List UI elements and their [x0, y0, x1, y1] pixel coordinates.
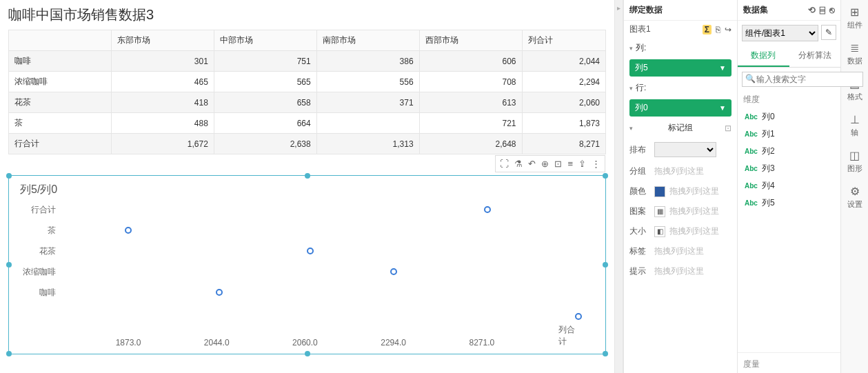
edit-icon[interactable]: ✎	[821, 25, 836, 40]
resize-handle[interactable]	[6, 351, 12, 356]
size-drop[interactable]: 拖拽列到这里	[669, 225, 719, 237]
chart-toolbar-button[interactable]: ≡	[567, 159, 573, 169]
tab-icon: ⚙	[850, 185, 860, 198]
group-drop[interactable]: 拖拽列到这里	[654, 165, 704, 177]
columns-expander[interactable]: 列:	[624, 38, 737, 58]
resize-handle[interactable]	[6, 173, 12, 179]
chart-toolbar-button[interactable]: ⚗	[514, 159, 523, 169]
table-header: 东部市场	[111, 30, 214, 51]
page-title: 咖啡中国市场销售数据3	[8, 6, 606, 24]
mark-group-expander[interactable]: 标记组⊡	[624, 118, 737, 138]
data-point	[125, 227, 132, 234]
column-item[interactable]: Abc列0	[738, 108, 840, 125]
pattern-icon[interactable]: ▦	[654, 206, 665, 217]
text-type-icon: Abc	[745, 113, 758, 121]
data-table: 东部市场中部市场南部市场西部市场列合计 咖啡3017513866062,044浓…	[8, 30, 606, 154]
resize-handle[interactable]	[6, 262, 12, 268]
layout-select[interactable]	[654, 142, 716, 157]
resize-handle[interactable]	[305, 351, 310, 356]
data-point	[575, 313, 582, 320]
side-tab-设置[interactable]: ⚙设置	[841, 179, 868, 215]
sigma-icon[interactable]: Σ	[703, 25, 711, 34]
y-axis-label: 茶	[20, 225, 56, 236]
y-axis-label: 行合计	[20, 204, 56, 216]
settings-icon[interactable]: ⊡	[725, 123, 731, 133]
tab-icon: ≣	[850, 41, 859, 54]
column-item[interactable]: Abc列5	[738, 194, 840, 212]
x-axis-label: 2060.0	[292, 338, 318, 347]
chart-toolbar-button[interactable]: ↶	[528, 159, 536, 169]
color-swatch[interactable]	[654, 186, 665, 197]
side-tabs: ⊞组件≣数据▤格式⊥轴◫图形⚙设置	[840, 0, 868, 373]
x-axis-label: 1873.0	[116, 338, 141, 347]
chart-toolbar-button[interactable]: ⇪	[578, 159, 586, 169]
chart-toolbar-button[interactable]: ⛶	[500, 159, 509, 169]
copy-icon[interactable]: ⎘	[716, 25, 720, 34]
dimension-heading: 维度	[738, 91, 840, 108]
side-tab-组件[interactable]: ⊞组件	[841, 0, 868, 36]
size-icon[interactable]: ◧	[654, 226, 665, 237]
pattern-drop[interactable]: 拖拽列到这里	[669, 205, 719, 217]
measure-heading: 度量	[738, 352, 840, 373]
x-axis-label: 2044.0	[204, 338, 230, 347]
column-pill[interactable]: 列5▼	[629, 59, 731, 77]
column-item[interactable]: Abc列1	[738, 125, 840, 143]
label-drop[interactable]: 拖拽列到这里	[654, 245, 704, 257]
table-header: 西部市场	[419, 30, 522, 51]
link-icon[interactable]: ⎋	[829, 5, 835, 15]
data-point	[307, 248, 314, 254]
resize-handle[interactable]	[603, 351, 608, 356]
chart-toolbar-button[interactable]: ⊕	[541, 159, 549, 169]
chart-toolbar: ⛶⚗↶⊕⊡≡⇪⋮	[495, 155, 605, 172]
column-item[interactable]: Abc列2	[738, 143, 840, 160]
rows-expander[interactable]: 行:	[624, 78, 737, 98]
color-label: 颜色	[629, 185, 654, 197]
text-type-icon: Abc	[745, 199, 758, 207]
table-row: 花茶4186583716132,060	[9, 92, 606, 113]
y-axis-label: 花茶	[20, 245, 56, 257]
color-drop[interactable]: 拖拽列到这里	[669, 185, 719, 197]
column-item[interactable]: Abc列4	[738, 177, 840, 194]
side-tab-轴[interactable]: ⊥轴	[841, 108, 868, 143]
side-tab-数据[interactable]: ≣数据	[841, 36, 868, 72]
tab-icon: ◫	[849, 149, 860, 162]
data-point	[216, 289, 223, 296]
search-input[interactable]	[742, 72, 863, 87]
refresh-icon[interactable]: ⟲	[808, 5, 816, 15]
resize-handle[interactable]	[603, 262, 608, 268]
redo-icon[interactable]: ↪	[725, 25, 731, 34]
bind-data-panel: 绑定数据 图表1 Σ ⎘ ↪ 列: 列5▼ 行: 列0▼ 标记组⊡ 排布 分组拖…	[623, 0, 737, 373]
table-header	[9, 30, 112, 51]
table-header: 列合计	[522, 30, 605, 51]
chart-toolbar-button[interactable]: ⋮	[592, 159, 600, 169]
tab-data-columns[interactable]: 数据列	[738, 46, 789, 67]
column-item[interactable]: Abc列3	[738, 160, 840, 177]
chart-container[interactable]: ⛶⚗↶⊕⊡≡⇪⋮ 列5/列0 行合计茶花茶浓缩咖啡咖啡1873.02044.02…	[8, 175, 606, 354]
layout-label: 排布	[629, 144, 654, 156]
panel-expand-handle[interactable]: ▸	[615, 0, 623, 373]
chart-plot-area: 行合计茶花茶浓缩咖啡咖啡1873.02044.02060.02294.08271…	[59, 203, 594, 334]
resize-handle[interactable]	[603, 173, 608, 179]
text-type-icon: Abc	[745, 182, 758, 190]
x-axis-label: 列合计	[558, 324, 583, 347]
row-pill[interactable]: 列0▼	[629, 99, 731, 117]
data-point	[484, 206, 491, 213]
tip-drop[interactable]: 拖拽列到这里	[654, 265, 704, 277]
search-icon: 🔍	[745, 74, 756, 83]
table-row: 浓缩咖啡4655655567082,294	[9, 72, 606, 92]
size-label: 大小	[629, 225, 654, 237]
dataset-panel-title: 数据集	[743, 4, 768, 16]
stack-icon[interactable]: ⌸	[820, 5, 825, 15]
table-row: 咖啡3017513866062,044	[9, 51, 606, 72]
table-row: 行合计1,6722,6381,3132,6488,271	[9, 134, 606, 154]
x-axis-label: 8271.0	[469, 338, 494, 347]
table-header: 南部市场	[316, 30, 419, 51]
side-tab-图形[interactable]: ◫图形	[841, 143, 868, 179]
text-type-icon: Abc	[745, 148, 758, 155]
tab-icon: ⊞	[850, 6, 859, 19]
tab-analysis[interactable]: 分析算法	[789, 46, 841, 67]
tip-label: 提示	[629, 265, 654, 277]
dataset-select[interactable]: 组件/图表1	[742, 25, 818, 41]
resize-handle[interactable]	[305, 173, 310, 179]
chart-toolbar-button[interactable]: ⊡	[554, 159, 562, 169]
